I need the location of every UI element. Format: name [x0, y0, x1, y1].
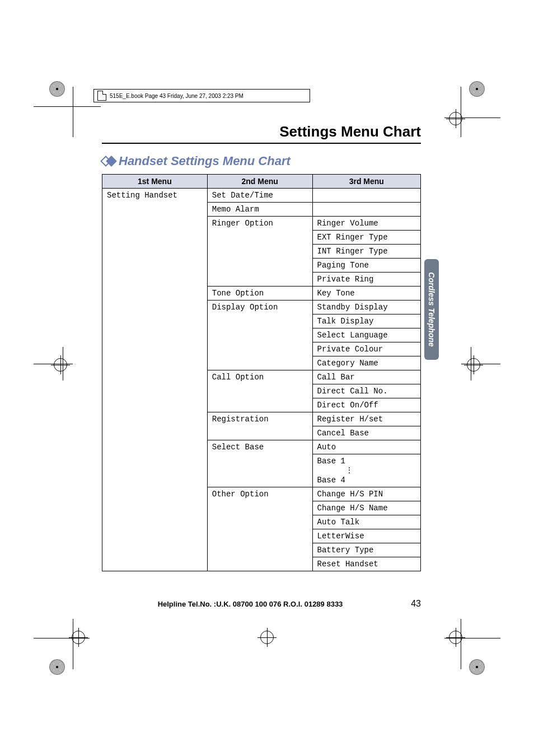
crop-mark	[444, 638, 500, 638]
cell-tone-option: Tone Option	[207, 287, 312, 300]
cell-ringer-option: Ringer Option	[207, 217, 312, 287]
registration-mark-icon	[49, 81, 65, 97]
cell-paging-tone: Paging Tone	[312, 259, 420, 273]
cell-base-range: Base 1 ⋮ Base 4	[312, 454, 420, 487]
cell-call-bar: Call Bar	[312, 370, 420, 384]
cell-select-base: Select Base	[207, 440, 312, 487]
table-row: Setting Handset Set Date/Time	[102, 189, 421, 203]
cell-ext-ringer-type: EXT Ringer Type	[312, 231, 420, 245]
cell-direct-call-no: Direct Call No.	[312, 384, 420, 398]
page-title: Settings Menu Chart	[102, 123, 421, 140]
page-icon	[97, 91, 106, 101]
cell-key-tone: Key Tone	[312, 287, 420, 300]
ellipsis-icon: ⋮	[317, 466, 416, 476]
cell-auto: Auto	[312, 440, 420, 454]
col-header-1: 1st Menu	[102, 175, 208, 189]
cell-memo-alarm: Memo Alarm	[207, 203, 312, 217]
cell-int-ringer-type: INT Ringer Type	[312, 245, 420, 259]
registration-mark-icon	[469, 659, 485, 675]
crosshair-icon	[260, 631, 274, 644]
cell-call-option: Call Option	[207, 370, 312, 412]
crop-mark	[461, 619, 461, 669]
crop-mark	[461, 364, 500, 364]
section-heading: Handset Settings Menu Chart	[102, 154, 421, 168]
section-tab-label: Cordless Telephone	[427, 272, 436, 346]
crop-mark	[73, 87, 73, 137]
page-content: Settings Menu Chart Handset Settings Men…	[102, 123, 421, 571]
registration-mark-icon	[49, 659, 65, 675]
crop-mark	[34, 106, 101, 107]
cell-battery-type: Battery Type	[312, 543, 420, 557]
col-header-3: 3rd Menu	[312, 175, 420, 189]
crosshair-icon	[72, 631, 85, 644]
crosshair-icon	[54, 358, 67, 372]
menu-chart-table: 1st Menu 2nd Menu 3rd Menu Setting Hands…	[102, 174, 421, 571]
cell-base4: Base 4	[317, 476, 345, 485]
cell-empty	[312, 189, 420, 203]
cell-reset-handset: Reset Handset	[312, 557, 420, 571]
cell-change-hs-name: Change H/S Name	[312, 501, 420, 515]
cell-category-name: Category Name	[312, 356, 420, 370]
cell-empty	[312, 203, 420, 217]
cell-letterwise: LetterWise	[312, 529, 420, 543]
cell-display-option: Display Option	[207, 300, 312, 370]
cell-register-hset: Register H/set	[312, 412, 420, 426]
cell-registration: Registration	[207, 412, 312, 440]
crop-mark	[73, 619, 73, 669]
page-footer: Helpline Tel.No. :U.K. 08700 100 076 R.O…	[102, 599, 421, 609]
title-rule	[102, 143, 421, 144]
crosshair-icon	[467, 358, 480, 372]
registration-mark-icon	[469, 81, 485, 97]
crop-mark	[34, 638, 90, 638]
cell-private-ring: Private Ring	[312, 273, 420, 287]
crop-mark	[34, 364, 73, 364]
crop-mark	[461, 87, 461, 137]
table-header-row: 1st Menu 2nd Menu 3rd Menu	[102, 175, 421, 189]
cell-auto-talk: Auto Talk	[312, 515, 420, 529]
page-number: 43	[399, 599, 421, 609]
cell-other-option: Other Option	[207, 487, 312, 571]
cell-select-language: Select Language	[312, 328, 420, 342]
cell-set-date-time: Set Date/Time	[207, 189, 312, 203]
cell-talk-display: Talk Display	[312, 314, 420, 328]
cell-base1: Base 1	[317, 457, 345, 466]
section-tab: Cordless Telephone	[424, 259, 439, 360]
cell-private-colour: Private Colour	[312, 342, 420, 356]
cell-change-hs-pin: Change H/S PIN	[312, 487, 420, 501]
book-header: 515E_E.book Page 43 Friday, June 27, 200…	[93, 89, 310, 102]
crop-mark	[444, 118, 500, 118]
cell-setting-handset: Setting Handset	[102, 189, 208, 571]
cell-cancel-base: Cancel Base	[312, 426, 420, 440]
col-header-2: 2nd Menu	[207, 175, 312, 189]
section-title-text: Handset Settings Menu Chart	[119, 154, 291, 168]
book-header-text: 515E_E.book Page 43 Friday, June 27, 200…	[110, 93, 243, 99]
cell-direct-on-off: Direct On/Off	[312, 398, 420, 412]
cell-standby-display: Standby Display	[312, 300, 420, 314]
helpline-text: Helpline Tel.No. :U.K. 08700 100 076 R.O…	[102, 600, 399, 608]
cell-ringer-volume: Ringer Volume	[312, 217, 420, 231]
